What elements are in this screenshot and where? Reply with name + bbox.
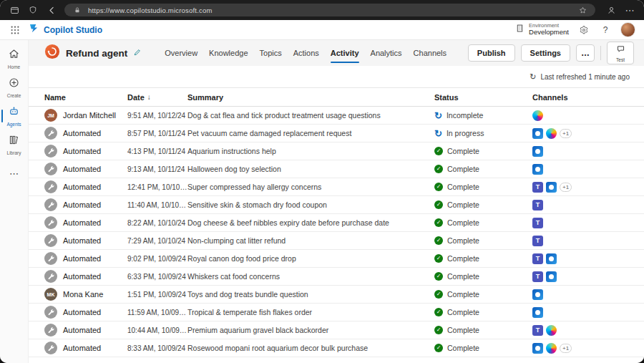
table-header: Name Date↓ Summary Status Channels <box>29 87 644 107</box>
complete-status-icon: ✓ <box>434 218 443 227</box>
row-channels: T <box>532 325 628 336</box>
user-avatar[interactable] <box>620 22 635 37</box>
publish-button[interactable]: Publish <box>468 44 515 62</box>
agent-icon <box>44 44 60 62</box>
tab-analytics[interactable]: Analytics <box>365 40 408 66</box>
shield-icon[interactable] <box>27 4 39 16</box>
browser-profile-icon[interactable] <box>605 4 617 16</box>
column-header-date[interactable]: Date↓ <box>127 93 187 102</box>
sidebar-item-more[interactable]: ⋯ <box>0 160 29 186</box>
row-date: 11:40 AM, 10/10/24 <box>127 201 187 209</box>
refresh-icon: ↻ <box>530 73 536 81</box>
lock-icon <box>72 4 83 16</box>
back-arrow-icon[interactable] <box>46 4 57 16</box>
environment-picker[interactable]: Environment Development <box>515 23 569 37</box>
row-summary: Non-clumping cat litter refund <box>187 236 434 245</box>
test-button-label: Test <box>616 57 625 62</box>
agents-icon <box>8 105 20 120</box>
test-button[interactable]: Test <box>607 42 634 64</box>
row-status-text: Complete <box>447 344 479 352</box>
tab-actions[interactable]: Actions <box>288 40 325 66</box>
tab-channels[interactable]: Channels <box>408 40 452 66</box>
table-row[interactable]: Automated11:40 AM, 10/10/24Sensitive ski… <box>29 196 644 214</box>
help-icon[interactable]: ? <box>599 24 612 37</box>
tab-overview[interactable]: Overview <box>159 40 203 66</box>
copilot-channel-icon <box>532 110 543 121</box>
sidebar-item-label: Home <box>8 64 20 69</box>
row-summary: Halloween dog toy selection <box>187 165 434 173</box>
sidebar-item-library[interactable]: Library <box>0 132 29 158</box>
browser-tabs-icon[interactable] <box>9 4 20 16</box>
complete-status-icon: ✓ <box>434 326 443 334</box>
table-row[interactable]: Automated10:44 AM, 10/09/24Premium aquar… <box>29 321 644 339</box>
complete-status-icon: ✓ <box>434 200 443 209</box>
table-row[interactable]: Automated8:57 PM, 10/11/24Pet vacuum cam… <box>29 125 644 142</box>
row-channels: T <box>532 253 628 264</box>
table-row[interactable]: MKMona Kane1:51 PM, 10/09/24Toys and dog… <box>29 286 644 304</box>
table-row[interactable]: Automated6:33 PM, 10/09/24Whiskers cat f… <box>29 268 644 286</box>
row-name: Mona Kane <box>63 290 103 299</box>
more-channels-badge: +1 <box>560 183 572 192</box>
address-bar[interactable]: https://www.copilotstudio.microsoft.com <box>64 4 595 16</box>
complete-status-icon: ✓ <box>434 290 443 299</box>
m365-copilot-channel-icon <box>532 146 543 157</box>
row-channels <box>532 307 628 318</box>
more-options-button[interactable]: … <box>576 44 595 62</box>
m365-copilot-channel-icon <box>546 253 557 264</box>
divider <box>600 46 601 60</box>
tab-knowledge[interactable]: Knowledge <box>203 40 253 66</box>
m365-copilot-channel-icon <box>532 289 543 300</box>
automated-icon <box>44 234 57 247</box>
table-row[interactable]: Automated11:59 AM, 10/09/24Tropical & te… <box>29 304 644 321</box>
row-status: ✓Complete <box>434 165 532 173</box>
m365-copilot-channel-icon <box>532 128 543 139</box>
sidebar-item-create[interactable]: Create <box>0 74 29 100</box>
row-channels: T <box>532 200 628 210</box>
more-icon: ⋯ <box>9 167 19 180</box>
browser-more-icon[interactable]: ⋯ <box>624 4 635 16</box>
row-status: ✓Complete <box>434 344 532 352</box>
table-row[interactable]: Automated4:13 PM, 10/11/24Aquarium instr… <box>29 142 644 160</box>
tab-activity[interactable]: Activity <box>325 40 365 66</box>
favorites-star-icon[interactable] <box>577 4 588 16</box>
row-channels: T+1 <box>532 182 628 193</box>
complete-status-icon: ✓ <box>434 183 443 191</box>
row-name: Automated <box>63 254 101 263</box>
settings-button[interactable]: Settings <box>521 44 570 62</box>
tab-topics[interactable]: Topics <box>254 40 288 66</box>
row-summary: Pet vacuum came damaged replacement requ… <box>187 129 434 137</box>
row-channels: T <box>532 218 628 228</box>
row-name: Automated <box>63 326 101 334</box>
table-row[interactable]: Automated12:41 PM, 10/10/24Super compres… <box>29 178 644 196</box>
refresh-status[interactable]: ↻ Last refreshed 1 minute ago <box>29 66 644 87</box>
row-date: 12:41 PM, 10/10/24 <box>127 183 187 191</box>
row-name: Automated <box>63 165 101 173</box>
row-channels: T <box>532 271 628 282</box>
table-row[interactable]: JMJordan Mitchell9:51 AM, 10/12/24Dog & … <box>29 107 644 125</box>
table-row[interactable]: Automated9:02 PM, 10/09/24Royal canon do… <box>29 250 644 268</box>
create-icon <box>8 77 20 92</box>
app-brand[interactable]: Copilot Studio <box>29 23 102 37</box>
column-header-channels: Channels <box>532 93 628 102</box>
row-status: ✓Complete <box>434 290 532 299</box>
complete-status-icon: ✓ <box>434 272 443 281</box>
row-date: 8:57 PM, 10/11/24 <box>127 130 187 137</box>
table-row[interactable]: Automated9:13 AM, 10/11/24Halloween dog … <box>29 160 644 178</box>
waffle-menu-icon[interactable] <box>10 25 20 35</box>
row-summary: Super compressed hay allergy concerns <box>187 183 434 191</box>
table-row[interactable]: Automated8:22 AM, 10/10/24Dog cheese & b… <box>29 214 644 232</box>
row-date: 9:13 AM, 10/11/24 <box>127 165 187 173</box>
edit-agent-icon[interactable] <box>133 47 142 59</box>
row-status-text: Incomplete <box>447 111 483 120</box>
automated-icon <box>44 145 57 158</box>
row-channels <box>532 146 628 157</box>
automated-icon <box>44 342 57 354</box>
table-row[interactable]: Automated7:29 AM, 10/10/24Non-clumping c… <box>29 232 644 250</box>
sidebar-item-agents[interactable]: Agents <box>0 103 29 129</box>
automated-icon <box>44 127 57 140</box>
table-row[interactable]: Automated8:33 AM, 10/09/24Rosewood mopan… <box>29 339 644 357</box>
row-channels <box>532 289 628 300</box>
gear-icon[interactable] <box>577 24 590 37</box>
sidebar-item-home[interactable]: Home <box>0 46 29 72</box>
automated-icon <box>44 324 57 337</box>
